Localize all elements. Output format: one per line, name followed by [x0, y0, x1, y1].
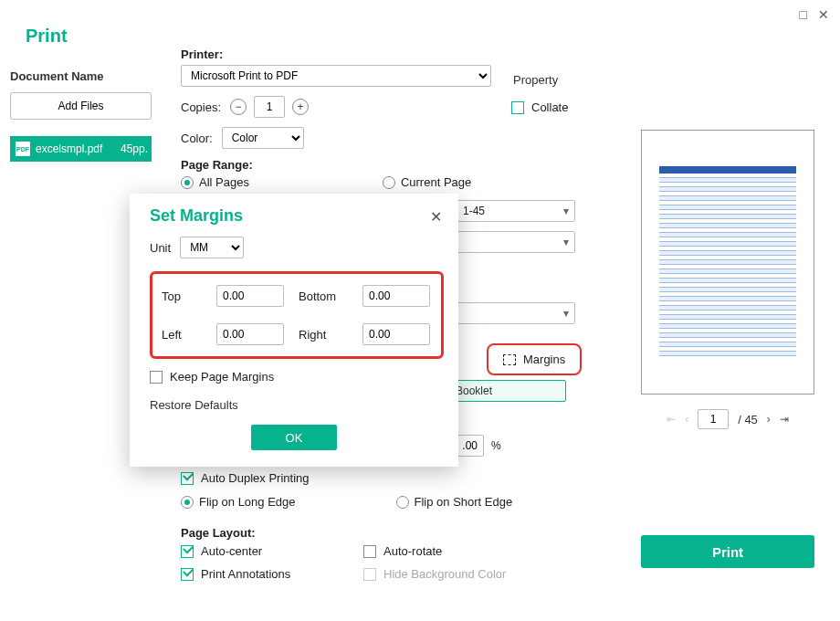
auto-center-label: Auto-center	[201, 544, 262, 558]
color-select[interactable]: Color	[222, 127, 304, 149]
pager-total: / 45	[738, 413, 758, 426]
radio-flip-long[interactable]	[181, 496, 194, 509]
file-name: excelsmpl.pdf	[36, 142, 115, 155]
print-annotations-checkbox[interactable]	[181, 568, 194, 581]
page-title: Print	[26, 26, 68, 47]
document-name-label: Document Name	[10, 69, 152, 83]
margins-button[interactable]: Margins	[492, 349, 576, 370]
margin-left-input[interactable]	[216, 323, 284, 345]
set-margins-dialog: ✕ Set Margins Unit MM Top Bottom Left Ri…	[130, 194, 458, 467]
all-pages-label: All Pages	[199, 175, 249, 189]
printer-property-link[interactable]: Property	[513, 73, 558, 87]
auto-rotate-checkbox[interactable]	[363, 545, 376, 558]
flip-short-label: Flip on Short Edge	[415, 495, 513, 509]
page-range-select-2[interactable]: ▾	[457, 231, 575, 253]
pdf-icon: PDF	[16, 142, 30, 156]
page-range-select-3[interactable]: ▾	[457, 302, 575, 324]
flip-long-label: Flip on Long Edge	[199, 495, 296, 509]
page-layout-label: Page Layout:	[181, 526, 256, 540]
add-files-button[interactable]: Add Files	[10, 92, 152, 120]
hide-bg-label: Hide Background Color	[383, 567, 506, 581]
maximize-icon[interactable]: □	[800, 7, 807, 22]
margin-top-label: Top	[162, 289, 207, 303]
page-range-label: Page Range:	[181, 158, 583, 172]
pager-next-icon[interactable]: ›	[767, 413, 771, 426]
pager-current-input[interactable]	[698, 409, 729, 429]
chevron-down-icon: ▾	[563, 236, 569, 248]
sidebar: Document Name Add Files PDF excelsmpl.pd…	[10, 69, 152, 162]
hide-bg-checkbox	[363, 568, 376, 581]
auto-duplex-checkbox[interactable]	[181, 472, 194, 485]
settings-panel: Printer: Microsoft Print to PDF Copies: …	[181, 47, 583, 189]
unit-label: Unit	[150, 241, 171, 255]
margin-bottom-label: Bottom	[299, 289, 353, 303]
margins-button-highlight: Margins	[487, 343, 582, 375]
margins-values-highlight: Top Bottom Left Right	[150, 271, 444, 359]
auto-duplex-label: Auto Duplex Printing	[201, 471, 310, 485]
copies-label: Copies:	[181, 100, 221, 114]
page-preview	[641, 130, 814, 395]
scale-unit: %	[491, 439, 501, 452]
page-range-select[interactable]: 1-45 ▾	[457, 200, 575, 222]
pager-prev-icon[interactable]: ‹	[685, 413, 688, 426]
restore-defaults[interactable]: Restore Defaults	[150, 398, 438, 412]
margin-right-label: Right	[299, 328, 353, 342]
page-range-value: 1-45	[463, 205, 485, 217]
pager-first-icon[interactable]: ⇤	[667, 413, 676, 426]
close-icon[interactable]: ✕	[430, 208, 442, 226]
printer-select[interactable]: Microsoft Print to PDF	[181, 65, 491, 87]
margin-right-input[interactable]	[362, 323, 430, 345]
ok-button[interactable]: OK	[251, 425, 337, 450]
file-list-item[interactable]: PDF excelsmpl.pdf 45pp.	[10, 136, 152, 162]
print-button[interactable]: Print	[641, 535, 814, 568]
booklet-label: Booklet	[456, 384, 492, 397]
collate-label: Collate	[531, 100, 568, 114]
margin-top-input[interactable]	[216, 285, 284, 307]
file-pages: 45pp.	[121, 142, 148, 155]
preview-pager: ⇤ ‹ / 45 › ⇥	[641, 409, 814, 429]
print-annotations-label: Print Annotations	[201, 567, 290, 581]
dialog-title: Set Margins	[150, 206, 438, 226]
collate-checkbox[interactable]	[511, 101, 524, 114]
copies-decrement[interactable]: −	[230, 99, 247, 115]
keep-page-margins-label: Keep Page Margins	[170, 370, 274, 384]
preview-sheet	[659, 166, 796, 358]
close-icon[interactable]: ✕	[818, 7, 829, 22]
copies-input[interactable]	[254, 96, 285, 118]
unit-select[interactable]: MM	[180, 237, 244, 258]
radio-current-page[interactable]	[383, 176, 395, 189]
printer-label: Printer:	[181, 47, 223, 61]
color-label: Color:	[181, 132, 213, 145]
margin-left-label: Left	[162, 328, 207, 342]
chevron-down-icon: ▾	[563, 307, 569, 320]
auto-rotate-label: Auto-rotate	[383, 544, 442, 558]
keep-page-margins-checkbox[interactable]	[150, 371, 163, 384]
radio-all-pages[interactable]	[181, 176, 194, 189]
booklet-option[interactable]: Booklet	[447, 380, 566, 402]
copies-increment[interactable]: +	[292, 99, 309, 115]
pager-last-icon[interactable]: ⇥	[780, 413, 789, 426]
auto-center-checkbox[interactable]	[181, 545, 194, 558]
current-page-label: Current Page	[401, 175, 471, 189]
margins-button-label: Margins	[523, 353, 565, 366]
chevron-down-icon: ▾	[563, 205, 569, 217]
margins-icon	[503, 354, 516, 365]
margin-bottom-input[interactable]	[362, 285, 430, 307]
radio-flip-short[interactable]	[396, 496, 409, 509]
